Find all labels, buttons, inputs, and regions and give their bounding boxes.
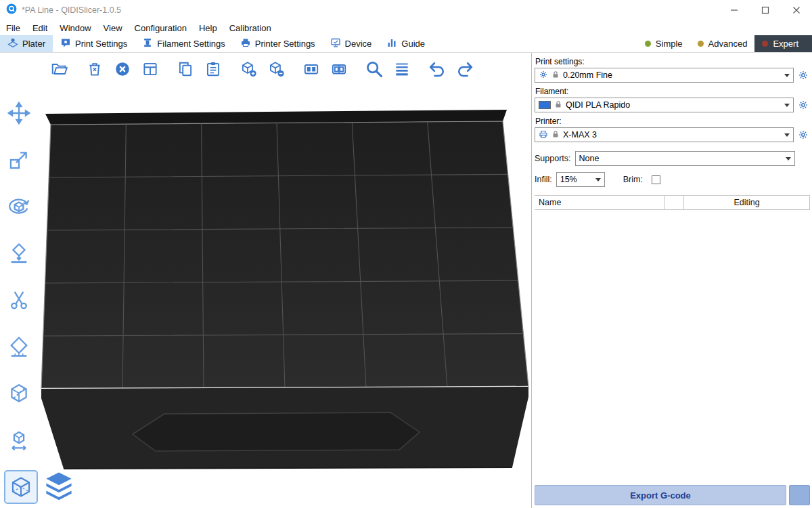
chevron-down-icon xyxy=(784,74,790,77)
close-button[interactable] xyxy=(781,0,812,20)
minimize-button[interactable] xyxy=(719,0,750,20)
paste-icon[interactable] xyxy=(201,56,225,82)
paint-supports-tool-icon[interactable] xyxy=(3,331,35,362)
menu-edit[interactable]: Edit xyxy=(26,22,53,35)
lock-icon xyxy=(551,70,560,81)
filament-label: Filament: xyxy=(535,87,810,96)
supports-combo[interactable]: None xyxy=(575,151,795,166)
export-options-button[interactable] xyxy=(789,485,810,505)
add-instance-icon[interactable] xyxy=(236,56,261,82)
object-list-body[interactable] xyxy=(535,210,810,482)
rotate-tool-icon[interactable] xyxy=(3,191,35,222)
brim-label: Brim: xyxy=(623,175,643,184)
column-extruder[interactable] xyxy=(665,196,684,209)
mode-advanced[interactable]: Advanced xyxy=(690,35,755,52)
scale-tool-icon[interactable] xyxy=(3,144,35,175)
chevron-down-icon xyxy=(595,178,601,182)
lock-icon xyxy=(551,130,560,140)
print-settings-value: 0.20mm Fine xyxy=(563,70,612,80)
search-icon[interactable] xyxy=(362,56,386,82)
column-editing[interactable]: Editing xyxy=(684,196,810,209)
printer-value: X-MAX 3 xyxy=(563,130,597,140)
tab-label: Device xyxy=(345,39,372,49)
menu-help[interactable]: Help xyxy=(193,22,223,35)
advanced-mode-dot-icon xyxy=(698,41,704,47)
gear-icon xyxy=(539,70,548,81)
mode-label: Simple xyxy=(656,39,683,49)
delete-all-icon[interactable] xyxy=(110,56,135,82)
tab-plater[interactable]: Plater xyxy=(0,35,53,52)
view-switch xyxy=(4,467,77,504)
mode-simple[interactable]: Simple xyxy=(637,35,690,52)
export-gcode-button[interactable]: Export G-code xyxy=(535,485,786,505)
split-to-objects-icon[interactable] xyxy=(299,56,323,82)
simple-mode-dot-icon xyxy=(645,41,651,47)
split-to-parts-icon[interactable] xyxy=(327,56,351,82)
filament-color-swatch xyxy=(539,101,551,109)
menu-configuration[interactable]: Configuration xyxy=(129,22,193,35)
guide-icon xyxy=(386,37,397,50)
printer-gear-button[interactable] xyxy=(796,129,810,140)
chevron-down-icon xyxy=(784,133,790,137)
brim-checkbox[interactable] xyxy=(652,175,660,184)
filament-value: QIDI PLA Rapido xyxy=(566,100,630,110)
tab-label: Plater xyxy=(22,39,45,49)
tab-label: Guide xyxy=(401,39,425,49)
print-settings-label: Print settings: xyxy=(535,57,810,66)
move-tool-icon[interactable] xyxy=(3,98,35,129)
redo-icon[interactable] xyxy=(453,56,477,82)
mode-expert[interactable]: Expert xyxy=(754,35,812,52)
print-bed xyxy=(0,53,531,508)
tab-label: Print Settings xyxy=(75,39,127,49)
open-project-icon[interactable] xyxy=(47,56,72,82)
title-bar: *PA Line - QIDISlicer-1.0.5 xyxy=(0,0,812,20)
cut-tool-icon[interactable] xyxy=(3,284,35,316)
menu-calibration[interactable]: Calibration xyxy=(223,22,277,35)
supports-label: Supports: xyxy=(535,154,571,163)
filament-combo[interactable]: QIDI PLA Rapido xyxy=(535,98,794,112)
menu-file[interactable]: File xyxy=(0,22,26,35)
preview-view-button[interactable] xyxy=(41,467,77,504)
variable-layer-height-icon[interactable] xyxy=(390,56,414,82)
infill-combo[interactable]: 15% xyxy=(556,172,605,187)
chevron-down-icon xyxy=(784,104,790,107)
tab-filament-settings[interactable]: Filament Settings xyxy=(135,35,232,52)
printer-label: Printer: xyxy=(535,117,810,126)
maximize-button[interactable] xyxy=(750,0,781,20)
filament-icon xyxy=(142,37,153,50)
printer-combo[interactable]: X-MAX 3 xyxy=(535,127,794,142)
print-settings-combo[interactable]: 0.20mm Fine xyxy=(535,68,794,83)
filament-gear-button[interactable] xyxy=(796,100,810,110)
column-name[interactable]: Name xyxy=(535,196,665,209)
mode-label: Advanced xyxy=(708,39,748,49)
arrange-icon[interactable] xyxy=(138,56,162,82)
print-settings-gear-button[interactable] xyxy=(796,70,810,81)
printer-icon xyxy=(240,37,251,50)
tab-guide[interactable]: Guide xyxy=(379,35,432,52)
undo-icon[interactable] xyxy=(425,56,449,82)
settings-panel: Print settings: 0.20mm Fine Filament: QI… xyxy=(531,53,812,508)
top-toolbar xyxy=(47,56,477,82)
mirror-tool-icon[interactable] xyxy=(3,425,35,456)
3d-editor-view-button[interactable] xyxy=(4,470,38,504)
plater-icon xyxy=(7,37,18,50)
supports-value: None xyxy=(579,154,600,163)
printer-small-icon xyxy=(539,129,548,141)
remove-instance-icon[interactable] xyxy=(264,56,288,82)
copy-icon[interactable] xyxy=(173,56,198,82)
delete-icon[interactable] xyxy=(83,56,107,82)
window-title: *PA Line - QIDISlicer-1.0.5 xyxy=(22,5,121,15)
lock-icon xyxy=(554,100,562,110)
export-row: Export G-code xyxy=(535,482,810,505)
tab-bar: Plater Print Settings Filament Settings … xyxy=(0,35,812,53)
measure-tool-icon[interactable] xyxy=(3,378,35,409)
expert-mode-dot-icon xyxy=(762,41,768,47)
place-on-face-tool-icon[interactable] xyxy=(3,238,35,269)
print-settings-icon xyxy=(60,37,71,50)
tab-device[interactable]: Device xyxy=(323,35,380,52)
tab-printer-settings[interactable]: Printer Settings xyxy=(233,35,323,52)
menu-window[interactable]: Window xyxy=(53,22,97,35)
3d-viewport[interactable] xyxy=(0,53,531,508)
menu-view[interactable]: View xyxy=(97,22,129,35)
tab-print-settings[interactable]: Print Settings xyxy=(53,35,135,52)
